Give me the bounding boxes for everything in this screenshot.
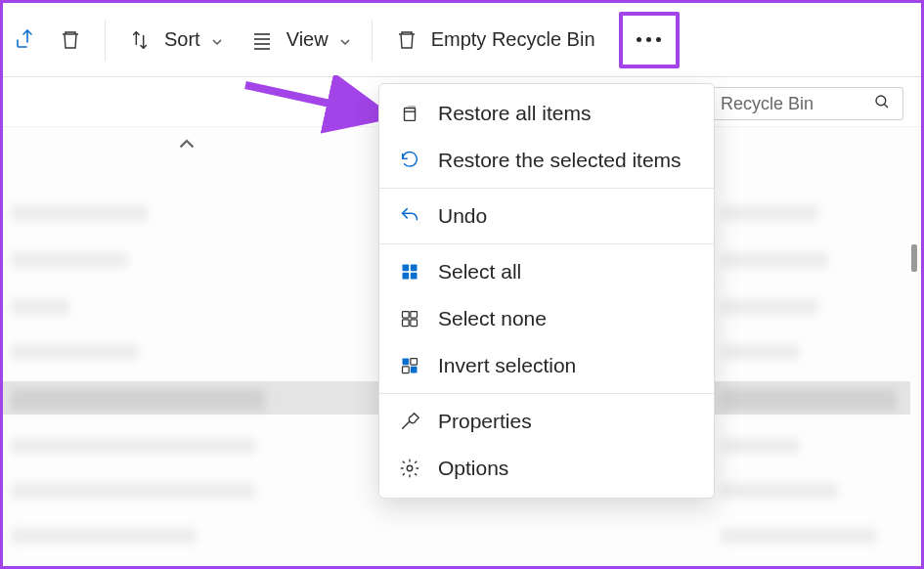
toolbar: Sort View Empty Recycle Bin xyxy=(3,3,921,77)
menu-options[interactable]: Options xyxy=(379,445,714,492)
delete-button[interactable] xyxy=(44,18,97,63)
svg-rect-14 xyxy=(411,320,418,327)
menu-item-label: Restore all items xyxy=(438,102,591,125)
svg-point-4 xyxy=(876,96,886,106)
menu-item-label: Invert selection xyxy=(438,354,576,377)
properties-icon xyxy=(399,411,420,432)
sort-button[interactable]: Sort xyxy=(113,18,236,63)
share-icon xyxy=(13,27,38,53)
chevron-up-icon[interactable] xyxy=(179,137,198,156)
chevron-down-icon xyxy=(212,28,222,51)
svg-rect-13 xyxy=(403,320,410,327)
more-menu: Restore all items Restore the selected i… xyxy=(378,83,715,499)
svg-line-5 xyxy=(884,104,888,108)
search-placeholder: n Recycle Bin xyxy=(706,94,873,114)
menu-select-all[interactable]: Select all xyxy=(379,248,714,295)
menu-separator xyxy=(379,393,714,394)
trash-icon xyxy=(394,27,419,53)
separator xyxy=(105,20,106,61)
menu-restore-all[interactable]: Restore all items xyxy=(379,90,714,137)
sort-label: Sort xyxy=(164,28,200,51)
empty-recycle-bin-label: Empty Recycle Bin xyxy=(431,28,595,51)
invert-selection-icon xyxy=(399,355,420,376)
empty-recycle-bin-button[interactable]: Empty Recycle Bin xyxy=(380,18,609,63)
menu-separator xyxy=(379,243,714,244)
svg-rect-6 xyxy=(405,109,416,121)
menu-select-none[interactable]: Select none xyxy=(379,295,714,342)
undo-icon xyxy=(399,205,420,227)
scrollbar-thumb[interactable] xyxy=(911,244,917,272)
menu-item-label: Options xyxy=(438,457,508,480)
view-list-icon xyxy=(249,27,275,53)
menu-item-label: Select none xyxy=(438,307,547,330)
svg-rect-16 xyxy=(411,359,418,366)
restore-selected-icon xyxy=(399,150,420,171)
svg-rect-12 xyxy=(411,312,418,319)
menu-restore-selected[interactable]: Restore the selected items xyxy=(379,137,714,184)
menu-separator xyxy=(379,188,714,189)
select-all-icon xyxy=(399,261,420,283)
more-button[interactable] xyxy=(631,31,667,48)
svg-rect-8 xyxy=(411,265,418,272)
search-input[interactable]: n Recycle Bin xyxy=(698,87,903,120)
view-button[interactable]: View xyxy=(236,18,364,63)
menu-properties[interactable]: Properties xyxy=(379,398,714,445)
svg-rect-11 xyxy=(403,312,410,319)
select-none-icon xyxy=(399,308,420,329)
svg-rect-9 xyxy=(403,273,410,280)
separator xyxy=(372,20,373,61)
svg-point-19 xyxy=(407,465,413,471)
menu-invert-selection[interactable]: Invert selection xyxy=(379,342,714,389)
view-label: View xyxy=(286,28,329,51)
svg-rect-18 xyxy=(411,367,418,373)
options-gear-icon xyxy=(399,458,420,479)
menu-item-label: Select all xyxy=(438,260,521,284)
sort-icon xyxy=(127,27,153,53)
svg-rect-7 xyxy=(403,265,410,272)
menu-undo[interactable]: Undo xyxy=(379,193,714,240)
svg-rect-17 xyxy=(403,367,410,373)
search-icon xyxy=(873,93,891,114)
menu-item-label: Undo xyxy=(438,204,487,228)
more-button-highlight xyxy=(619,12,680,68)
menu-item-label: Restore the selected items xyxy=(438,149,682,172)
more-icon xyxy=(637,37,661,42)
svg-rect-15 xyxy=(403,359,410,366)
trash-icon xyxy=(58,27,83,53)
menu-item-label: Properties xyxy=(438,410,532,433)
svg-rect-10 xyxy=(411,273,418,280)
restore-all-icon xyxy=(399,103,420,124)
chevron-down-icon xyxy=(340,28,350,51)
share-button[interactable] xyxy=(7,18,44,63)
